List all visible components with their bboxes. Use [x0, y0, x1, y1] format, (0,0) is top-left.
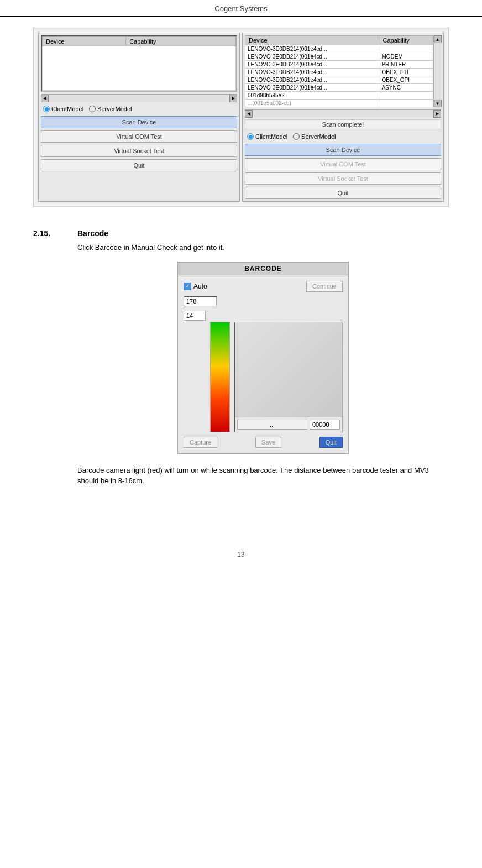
section-body: Click Barcode in Manual Check and get in…	[77, 242, 449, 487]
right-vscrollbar[interactable]: ▲ ▼	[433, 35, 441, 107]
table-row: LENOVO-3E0DB214(001e4cd...OBEX_FTF	[245, 69, 433, 76]
content-area: Device Capability ◀ ▶	[0, 17, 482, 506]
barcode-title-bar: BARCODE	[178, 263, 348, 275]
right-radio-server-label: ServerModel	[301, 133, 336, 140]
left-col-device: Device	[43, 37, 126, 46]
page-number: 13	[237, 551, 244, 558]
radio-circle-server	[89, 106, 96, 112]
value-178-input[interactable]: 178	[184, 296, 217, 306]
radio-client-label: ClientModel	[51, 106, 83, 112]
scan-complete-banner: Scan complete!	[245, 119, 441, 129]
hscrollbar-right-btn[interactable]: ▶	[229, 95, 237, 102]
color-gradient-bar	[210, 322, 230, 432]
radio-server-label: ServerModel	[97, 106, 132, 112]
left-hscrollbar[interactable]: ◀ ▶	[41, 94, 237, 102]
right-radio-client-label: ClientModel	[255, 133, 287, 140]
auto-checkbox-item[interactable]: ✓ Auto	[184, 283, 207, 290]
screenshot-container: Device Capability ◀ ▶	[33, 28, 449, 207]
left-scan-device-btn[interactable]: Scan Device	[41, 116, 237, 128]
right-radio-client[interactable]: ClientModel	[247, 133, 287, 140]
quit-button[interactable]: Quit	[319, 437, 343, 448]
right-table-inner: Device Capability LENOVO-3E0DB214(001e4c…	[245, 35, 441, 107]
preview-bottom-row: ... 00000	[235, 417, 342, 432]
checkbox-check-icon: ✓	[185, 283, 190, 289]
scrollbar-down-btn[interactable]: ▼	[434, 100, 442, 107]
auto-checkbox-label: Auto	[193, 283, 207, 290]
right-col-capability: Capability	[379, 36, 433, 45]
scrollbar-track	[434, 43, 441, 100]
page-footer: 13	[0, 551, 482, 569]
right-table-container: Device Capability LENOVO-3E0DB214(001e4c…	[245, 35, 441, 107]
scrollbar-up-btn[interactable]: ▲	[434, 35, 442, 43]
table-row: LENOVO-3E0DB214(001e4cd...ASYNC	[245, 84, 433, 92]
hscrollbar-track	[49, 95, 229, 102]
left-col-capability: Capability	[126, 37, 236, 46]
right-quit-btn[interactable]: Quit	[245, 187, 441, 199]
right-radio-group: ClientModel ServerModel	[245, 132, 441, 142]
scan-complete-text: Scan complete!	[322, 121, 364, 128]
header-title: Cogent Systems	[214, 4, 267, 13]
left-radio-group: ClientModel ServerModel	[41, 104, 237, 114]
radio-circle-client	[43, 106, 50, 112]
right-radio-server[interactable]: ServerModel	[293, 133, 336, 140]
section-description: Click Barcode in Manual Check and get in…	[77, 242, 449, 253]
left-radio-server[interactable]: ServerModel	[89, 106, 132, 112]
footer-note: Barcode camera light (red) will turn on …	[77, 465, 449, 487]
left-panel: Device Capability ◀ ▶	[38, 33, 240, 202]
right-virtual-socket-btn: Virtual Socket Test	[245, 172, 441, 185]
right-radio-circle-server	[293, 133, 300, 140]
right-virtual-com-btn: Virtual COM Test	[245, 158, 441, 170]
auto-checkbox[interactable]: ✓	[184, 283, 191, 290]
section-number: 2.15.	[33, 229, 66, 238]
page-header: Cogent Systems	[0, 0, 482, 17]
barcode-title-text: BARCODE	[244, 265, 282, 273]
right-col-device: Device	[245, 36, 379, 45]
right-hscrollbar-left-btn[interactable]: ◀	[245, 110, 253, 118]
barcode-row-178: 178	[184, 296, 343, 306]
left-quit-btn[interactable]: Quit	[41, 159, 237, 171]
dots-button[interactable]: ...	[237, 420, 307, 430]
right-device-table: Device Capability LENOVO-3E0DB214(001e4c…	[245, 35, 433, 107]
capture-button[interactable]: Capture	[184, 437, 217, 448]
right-panel: Device Capability LENOVO-3E0DB214(001e4c…	[242, 33, 444, 202]
hscrollbar-left-btn[interactable]: ◀	[41, 95, 49, 102]
left-virtual-com-btn[interactable]: Virtual COM Test	[41, 130, 237, 143]
barcode-dialog-wrapper: BARCODE ✓ Auto Continue	[77, 262, 449, 454]
right-hscrollbar-right-btn[interactable]: ▶	[433, 110, 441, 118]
table-row: LENOVO-3E0DB214(001e4cd...MODEM	[245, 53, 433, 61]
right-hscrollbar[interactable]: ◀ ▶	[245, 109, 441, 117]
table-row	[43, 46, 236, 91]
section-title: Barcode	[77, 229, 108, 238]
preview-area: ... 00000	[234, 322, 343, 432]
right-hscrollbar-track	[253, 110, 433, 117]
save-button[interactable]: Save	[255, 437, 281, 448]
table-row: LENOVO-3E0DB214(001e4cd...	[245, 45, 433, 53]
table-row: LENOVO-3E0DB214(001e4cd...PRINTER	[245, 61, 433, 69]
right-radio-circle-client	[247, 133, 254, 140]
value-00000-display: 00000	[310, 420, 340, 430]
left-radio-client[interactable]: ClientModel	[43, 106, 83, 112]
table-row: ...(001e5a002-cb)	[245, 100, 433, 107]
continue-button[interactable]: Continue	[306, 281, 343, 292]
barcode-row-auto: ✓ Auto Continue	[184, 281, 343, 292]
barcode-body: ✓ Auto Continue 178 14	[178, 275, 348, 453]
barcode-dialog: BARCODE ✓ Auto Continue	[177, 262, 349, 454]
section-heading: 2.15. Barcode	[33, 229, 449, 238]
right-scan-device-btn[interactable]: Scan Device	[245, 144, 441, 156]
left-table-wrapper: Device Capability	[41, 35, 237, 92]
table-row: 001d98b595e2	[245, 92, 433, 100]
table-row: LENOVO-3E0DB214(001e4cd...OBEX_OPI	[245, 76, 433, 84]
color-bar-container: ... 00000	[210, 322, 343, 432]
left-device-table: Device Capability	[42, 36, 236, 91]
barcode-row-preview: 14 ... 00000	[184, 311, 343, 432]
value-14-input[interactable]: 14	[184, 311, 206, 321]
bottom-buttons: Capture Save Quit	[184, 437, 343, 448]
left-virtual-socket-btn[interactable]: Virtual Socket Test	[41, 145, 237, 157]
